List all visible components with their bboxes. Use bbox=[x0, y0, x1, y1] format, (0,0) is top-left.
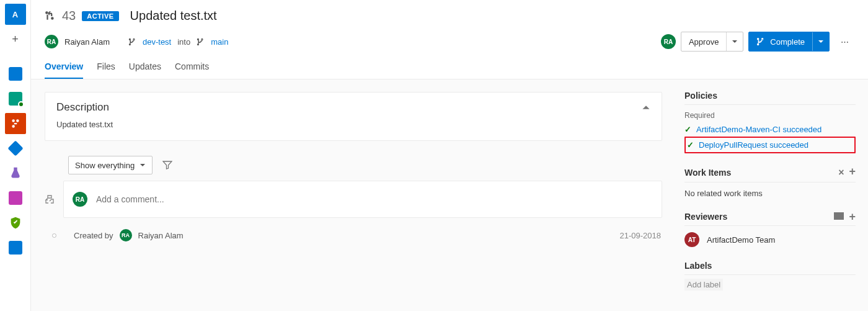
workitems-heading-label: Work Items bbox=[684, 168, 731, 178]
pr-status-badge: ACTIVE bbox=[82, 11, 118, 21]
workitems-heading: Work Items × + bbox=[684, 167, 856, 183]
author-avatar: RA bbox=[45, 35, 58, 48]
pr-tabs: Overview Files Updates Commits bbox=[45, 61, 854, 79]
add-button[interactable]: + bbox=[5, 29, 26, 50]
right-pane: Policies Required ✓ ArtifactDemo-Maven-C… bbox=[676, 79, 868, 311]
description-text: Updated test.txt bbox=[56, 120, 650, 129]
labels-heading: Labels bbox=[684, 261, 856, 275]
tab-updates[interactable]: Updates bbox=[129, 61, 161, 79]
main-area: 43 ACTIVE Updated test.txt RA Raiyan Ala… bbox=[31, 0, 868, 311]
approve-caret[interactable] bbox=[726, 32, 743, 51]
policy-row: ✓ DeployPullRequest succeeded bbox=[684, 137, 856, 153]
created-date: 21-09-2018 bbox=[620, 231, 662, 240]
nav-pipelines[interactable] bbox=[5, 138, 26, 159]
target-branch-link[interactable]: main bbox=[211, 37, 228, 47]
collapse-description-button[interactable] bbox=[642, 103, 650, 112]
approver-avatar[interactable]: RA bbox=[661, 34, 676, 49]
creator-name: Raiyan Alam bbox=[138, 231, 184, 240]
workitems-empty: No related work items bbox=[684, 183, 856, 198]
add-label-input[interactable]: Add label bbox=[684, 279, 723, 291]
timeline-filter-dropdown[interactable]: Show everything bbox=[68, 156, 153, 174]
creator-avatar: RA bbox=[120, 229, 132, 241]
reviewers-heading-label: Reviewers bbox=[684, 212, 727, 222]
mail-icon[interactable] bbox=[834, 212, 844, 221]
filter-icon[interactable] bbox=[160, 158, 175, 173]
timeline-dot-icon bbox=[52, 233, 56, 238]
overview-pane: Description Updated test.txt Show everyt… bbox=[31, 79, 676, 311]
close-icon[interactable]: × bbox=[838, 167, 844, 178]
nav-security[interactable] bbox=[5, 212, 26, 233]
complete-caret[interactable] bbox=[812, 32, 829, 51]
reviewer-avatar: AT bbox=[684, 232, 699, 247]
pr-number: 43 bbox=[62, 9, 76, 23]
complete-button[interactable]: Complete bbox=[748, 32, 830, 52]
nav-dashboards[interactable] bbox=[5, 63, 26, 84]
description-heading: Description bbox=[56, 101, 109, 114]
timeline-filter-label: Show everything bbox=[75, 161, 135, 170]
nav-extension[interactable] bbox=[5, 237, 26, 258]
source-branch-link[interactable]: dev-test bbox=[143, 37, 171, 47]
discussion-icon bbox=[45, 194, 56, 204]
current-user-avatar: RA bbox=[73, 192, 87, 207]
pr-title: Updated test.txt bbox=[130, 9, 217, 23]
nav-boards[interactable] bbox=[5, 88, 26, 109]
created-by-prefix: Created by bbox=[74, 231, 113, 240]
branch-icon bbox=[128, 38, 136, 46]
add-reviewer-button[interactable]: + bbox=[849, 212, 856, 221]
policy-row: ✓ ArtifactDemo-Maven-CI succeeded bbox=[684, 125, 856, 134]
nav-artifacts[interactable] bbox=[5, 187, 26, 209]
project-avatar[interactable]: A bbox=[5, 4, 26, 25]
created-by-row: Created by RA Raiyan Alam 21-09-2018 bbox=[52, 229, 662, 241]
reviewer-name: ArtifactDemo Team bbox=[707, 235, 775, 245]
more-actions-button[interactable]: ⋯ bbox=[835, 32, 854, 52]
left-nav-rail: A + bbox=[0, 0, 31, 311]
pull-request-icon bbox=[45, 11, 56, 22]
tab-files[interactable]: Files bbox=[97, 61, 115, 79]
comment-card: RA bbox=[63, 181, 662, 218]
nav-testplans[interactable] bbox=[5, 163, 26, 184]
description-card: Description Updated test.txt bbox=[45, 92, 662, 141]
policy-link[interactable]: ArtifactDemo-Maven-CI succeeded bbox=[696, 125, 822, 134]
approve-button[interactable]: Approve bbox=[681, 32, 743, 52]
check-icon: ✓ bbox=[684, 125, 691, 134]
complete-label: Complete bbox=[770, 37, 805, 47]
complete-segment[interactable]: Complete bbox=[749, 32, 812, 51]
reviewer-row: AT ArtifactDemo Team bbox=[684, 232, 856, 247]
check-icon: ✓ bbox=[687, 140, 694, 150]
tab-commits[interactable]: Commits bbox=[175, 61, 209, 79]
required-label: Required bbox=[684, 111, 856, 120]
comment-input[interactable] bbox=[96, 194, 653, 204]
nav-repos[interactable] bbox=[5, 113, 26, 134]
add-workitem-button[interactable]: + bbox=[849, 167, 856, 178]
into-label: into bbox=[177, 37, 190, 47]
policy-link[interactable]: DeployPullRequest succeeded bbox=[699, 140, 808, 150]
approve-label[interactable]: Approve bbox=[681, 32, 726, 51]
branch-icon bbox=[197, 38, 205, 46]
tab-overview[interactable]: Overview bbox=[45, 61, 83, 79]
policies-heading: Policies bbox=[684, 91, 856, 105]
reviewers-heading: Reviewers + bbox=[684, 212, 856, 226]
author-name: Raiyan Alam bbox=[64, 37, 110, 47]
pr-header: 43 ACTIVE Updated test.txt RA Raiyan Ala… bbox=[31, 0, 868, 79]
